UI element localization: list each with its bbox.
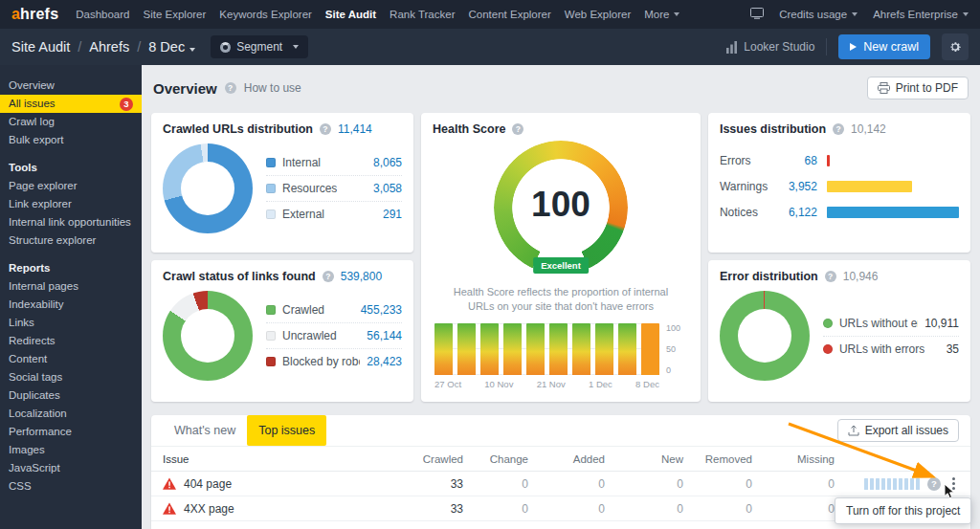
sidebar-item-internal-pages[interactable]: Internal pages xyxy=(0,277,142,296)
navbar-right: Credits usage Ahrefs Enterprise xyxy=(750,8,969,21)
sidebar-item-overview[interactable]: Overview xyxy=(0,77,142,95)
legend-item: Crawled 455,233 xyxy=(266,298,402,323)
crawl-date-selector[interactable]: 8 Dec xyxy=(148,39,195,55)
breadcrumb-site-audit[interactable]: Site Audit xyxy=(11,39,70,55)
crawled-total[interactable]: 11,414 xyxy=(338,122,372,136)
help-icon[interactable] xyxy=(825,271,836,282)
legend-item: URLs with errors 35 xyxy=(823,337,959,362)
error-severity-icon xyxy=(163,502,176,515)
breadcrumb-separator xyxy=(137,39,141,55)
segment-icon xyxy=(220,42,231,53)
nav-content-explorer[interactable]: Content Explorer xyxy=(469,9,551,20)
sidebar-item-performance[interactable]: Performance xyxy=(0,423,142,441)
issue-row-404-page[interactable]: 404 page 33 0 0 0 0 0 xyxy=(151,472,970,496)
sidebar-item-crawl-log[interactable]: Crawl log xyxy=(0,113,142,131)
turn-off-menu-item[interactable]: Turn off for this project xyxy=(835,497,971,524)
help-icon[interactable] xyxy=(833,123,844,135)
page-header: Overview How to use Print to PDF xyxy=(153,77,969,99)
warnings-bar[interactable] xyxy=(827,181,912,192)
row-menu-kebab-icon[interactable] xyxy=(948,474,959,493)
credits-usage-menu[interactable]: Credits usage xyxy=(779,9,858,20)
error-distribution-card: Error distribution 10,946 URLs without e… xyxy=(708,260,970,402)
print-to-pdf-button[interactable]: Print to PDF xyxy=(867,77,969,99)
chevron-down-icon xyxy=(852,12,858,16)
gear-icon xyxy=(948,40,962,54)
issue-history-sparkline[interactable] xyxy=(864,478,920,490)
how-to-use-link[interactable]: How to use xyxy=(244,81,301,95)
sidebar-item-bulk-export[interactable]: Bulk export xyxy=(0,131,142,149)
crawl-status-donut-chart[interactable] xyxy=(163,291,253,381)
nav-keywords-explorer[interactable]: Keywords Explorer xyxy=(219,9,312,20)
sidebar-item-internal-link-opportunities[interactable]: Internal link opportunities xyxy=(0,213,142,231)
nav-more[interactable]: More xyxy=(644,9,679,20)
project-toolbar: Site Audit Ahrefs 8 Dec Segment Looker S… xyxy=(0,29,980,65)
sidebar-item-css[interactable]: CSS xyxy=(0,477,142,496)
sidebar-item-content[interactable]: Content xyxy=(0,350,142,368)
enterprise-menu[interactable]: Ahrefs Enterprise xyxy=(873,9,969,20)
issues-table-header: Issue Crawled Change Added New Removed M… xyxy=(151,447,970,472)
help-icon[interactable] xyxy=(225,82,236,94)
sidebar-item-duplicates[interactable]: Duplicates xyxy=(0,386,142,405)
export-all-issues-button[interactable]: Export all issues xyxy=(837,419,959,442)
sidebar-item-structure-explorer[interactable]: Structure explorer xyxy=(0,231,142,250)
errors-bar[interactable] xyxy=(827,155,830,166)
help-icon[interactable] xyxy=(320,123,331,135)
crawled-urls-donut-chart[interactable] xyxy=(163,143,253,233)
sidebar-section-tools: Tools xyxy=(0,159,142,177)
new-crawl-button[interactable]: New crawl xyxy=(838,34,930,59)
sidebar-item-link-explorer[interactable]: Link explorer xyxy=(0,195,142,213)
help-icon[interactable] xyxy=(323,271,334,282)
help-icon[interactable] xyxy=(512,123,523,135)
issues-tabs: What's new Top issues Export all issues xyxy=(151,415,970,447)
error-distribution-donut-chart[interactable] xyxy=(720,291,810,381)
nav-web-explorer[interactable]: Web Explorer xyxy=(565,9,631,20)
nav-dashboard[interactable]: Dashboard xyxy=(76,9,129,20)
crawl-status-card: Crawl status of links found 539,800 Craw… xyxy=(151,260,413,402)
display-icon[interactable] xyxy=(750,8,764,21)
legend-item: URLs without errors 10,911 xyxy=(823,311,959,337)
tab-whats-new[interactable]: What's new xyxy=(163,415,247,446)
nav-rank-tracker[interactable]: Rank Tracker xyxy=(390,9,455,20)
health-score-history-chart[interactable]: 27 Oct 10 Nov 21 Nov 1 Dec 8 Dec 100 50 … xyxy=(433,323,689,389)
distribution-row-errors: Errors 68 xyxy=(720,147,959,173)
sidebar-item-links[interactable]: Links xyxy=(0,314,142,332)
sidebar-section-reports: Reports xyxy=(0,259,142,277)
breadcrumb-project[interactable]: Ahrefs xyxy=(89,39,129,55)
issue-help-icon[interactable] xyxy=(927,477,941,491)
distribution-row-notices: Notices 6,122 xyxy=(720,199,959,225)
nav-site-explorer[interactable]: Site Explorer xyxy=(144,9,207,20)
sidebar-item-javascript[interactable]: JavaScript xyxy=(0,459,142,477)
legend-item: Blocked by robots.txt 28,423 xyxy=(266,349,402,374)
nav-site-audit[interactable]: Site Audit xyxy=(325,9,376,20)
legend-item: Resources 3,058 xyxy=(266,176,402,202)
sidebar-item-images[interactable]: Images xyxy=(0,441,142,459)
health-score-card: Health Score 100 Excellent Health Score … xyxy=(421,113,701,402)
issue-name[interactable]: 4XX page xyxy=(184,502,234,516)
health-history-bars[interactable] xyxy=(434,323,659,375)
tab-top-issues[interactable]: Top issues xyxy=(247,415,326,446)
sidebar: Overview All issues3 Crawl log Bulk expo… xyxy=(0,65,142,529)
breadcrumb-separator xyxy=(78,39,81,55)
legend-swatch xyxy=(823,319,833,328)
legend-swatch xyxy=(266,331,276,341)
export-icon xyxy=(848,425,859,436)
play-icon xyxy=(850,43,857,51)
looker-studio-link[interactable]: Looker Studio xyxy=(725,40,814,54)
legend-swatch xyxy=(823,344,833,354)
sidebar-item-redirects[interactable]: Redirects xyxy=(0,332,142,350)
sidebar-item-page-explorer[interactable]: Page explorer xyxy=(0,177,142,195)
notices-bar[interactable] xyxy=(827,207,959,218)
sidebar-item-indexability[interactable]: Indexability xyxy=(0,296,142,314)
health-score-value: 100 xyxy=(491,185,631,225)
chevron-down-icon xyxy=(963,12,969,16)
sidebar-item-localization[interactable]: Localization xyxy=(0,405,142,423)
legend-swatch xyxy=(266,357,276,366)
sidebar-item-all-issues[interactable]: All issues3 xyxy=(0,95,142,113)
legend-swatch xyxy=(266,209,276,219)
settings-button[interactable] xyxy=(942,33,969,60)
links-found-total[interactable]: 539,800 xyxy=(341,270,382,283)
ahrefs-logo[interactable]: ahrefs xyxy=(11,6,58,23)
sidebar-item-social-tags[interactable]: Social tags xyxy=(0,368,142,386)
segment-button[interactable]: Segment xyxy=(211,35,308,58)
issue-name[interactable]: 404 page xyxy=(184,477,232,491)
